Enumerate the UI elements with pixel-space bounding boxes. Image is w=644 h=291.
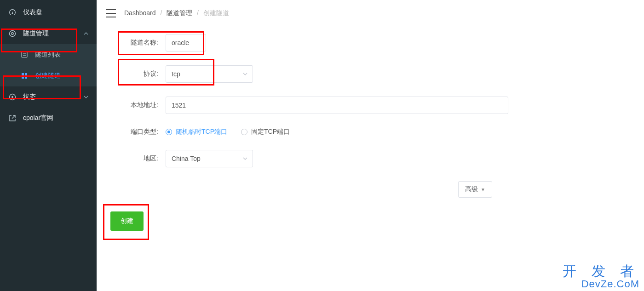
sidebar-item-tunnel-mgmt[interactable]: 隧道管理 <box>0 23 97 44</box>
row-advanced: 高级 ▼ <box>110 181 630 198</box>
breadcrumb-tunnel-mgmt[interactable]: 隧道管理 <box>167 9 192 17</box>
protocol-select[interactable]: tcp <box>166 65 253 83</box>
chevron-down-icon <box>242 156 248 161</box>
breadcrumb-dashboard[interactable]: Dashboard <box>124 9 156 17</box>
row-tunnel-name: 隧道名称: <box>110 34 630 51</box>
advanced-label: 高级 <box>465 185 478 194</box>
protocol-value: tcp <box>172 70 180 78</box>
row-submit: 创建 <box>110 211 630 231</box>
row-local-addr: 本地地址: <box>110 97 630 114</box>
row-protocol: 协议: tcp <box>110 65 630 83</box>
grid-icon <box>20 72 29 80</box>
radio-port-fixed[interactable]: 固定TCP端口 <box>241 128 290 136</box>
topbar: Dashboard / 隧道管理 / 创建隧道 <box>97 0 644 27</box>
tunnel-name-input[interactable] <box>166 34 206 51</box>
sidebar-item-create-tunnel[interactable]: 创建隧道 <box>0 65 97 86</box>
radio-port-random[interactable]: 随机临时TCP端口 <box>166 128 227 136</box>
sidebar-label-tunnel-list: 隧道列表 <box>35 51 88 59</box>
row-port-type: 端口类型: 随机临时TCP端口 固定TCP端口 <box>110 128 630 136</box>
dashboard-icon <box>8 8 17 17</box>
port-type-label: 端口类型: <box>110 128 161 136</box>
radio-port-random-label: 随机临时TCP端口 <box>176 128 227 136</box>
region-select[interactable]: China Top <box>166 150 253 167</box>
create-button-label: 创建 <box>121 217 133 224</box>
advanced-button[interactable]: 高级 ▼ <box>458 181 492 198</box>
breadcrumb-create-tunnel: 创建隧道 <box>203 9 229 17</box>
menu-toggle-icon[interactable] <box>106 9 116 17</box>
radio-dot-icon <box>241 129 247 135</box>
sidebar: 仪表盘 隧道管理 隧道列表 创建隧道 <box>0 0 97 291</box>
svg-point-1 <box>12 33 13 34</box>
sidebar-item-tunnel-list[interactable]: 隧道列表 <box>0 44 97 65</box>
svg-rect-2 <box>22 52 27 57</box>
svg-rect-5 <box>22 73 24 75</box>
sidebar-label-dashboard: 仪表盘 <box>23 8 88 17</box>
region-value: China Top <box>172 155 201 162</box>
sidebar-item-dashboard[interactable]: 仪表盘 <box>0 2 97 23</box>
svg-point-10 <box>12 96 13 98</box>
svg-rect-8 <box>25 76 27 79</box>
sidebar-item-official-site[interactable]: cpolar官网 <box>0 108 97 129</box>
caret-down-icon: ▼ <box>481 187 485 192</box>
chevron-down-icon <box>242 71 248 77</box>
svg-rect-7 <box>22 76 24 79</box>
chevron-up-icon <box>84 31 88 36</box>
create-tunnel-form: 隧道名称: 协议: tcp 本地地址: <box>97 27 644 245</box>
sidebar-label-status: 状态 <box>23 93 84 101</box>
sidebar-label-create-tunnel: 创建隧道 <box>35 72 88 80</box>
radio-dot-icon <box>166 129 172 135</box>
radio-port-fixed-label: 固定TCP端口 <box>251 128 290 136</box>
status-icon <box>8 93 17 101</box>
sidebar-submenu-tunnel: 隧道列表 创建隧道 <box>0 44 97 86</box>
gear-icon <box>8 29 17 38</box>
main: Dashboard / 隧道管理 / 创建隧道 隧道名称: 协议: tcp <box>97 0 644 291</box>
chevron-down-icon <box>84 95 88 99</box>
row-region: 地区: China Top <box>110 150 630 167</box>
local-addr-input[interactable] <box>166 97 508 114</box>
external-link-icon <box>8 114 17 122</box>
sidebar-label-official-site: cpolar官网 <box>23 114 88 122</box>
region-label: 地区: <box>110 154 161 163</box>
tunnel-name-label: 隧道名称: <box>110 39 161 47</box>
protocol-label: 协议: <box>110 70 161 78</box>
sidebar-label-tunnel-mgmt: 隧道管理 <box>23 29 84 38</box>
breadcrumb: Dashboard / 隧道管理 / 创建隧道 <box>124 9 229 17</box>
svg-point-0 <box>10 31 16 37</box>
local-addr-label: 本地地址: <box>110 101 161 109</box>
svg-rect-6 <box>25 73 27 75</box>
list-icon <box>20 51 29 59</box>
sidebar-item-status[interactable]: 状态 <box>0 86 97 108</box>
create-button[interactable]: 创建 <box>110 211 144 231</box>
